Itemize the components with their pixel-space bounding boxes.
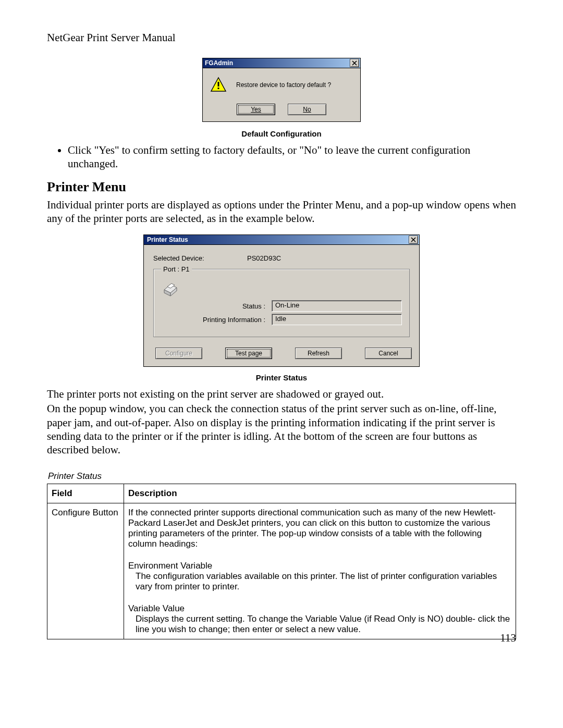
para-ports-grayed: The printer ports not existing on the pr… <box>47 387 516 401</box>
cell-field: Configure Button <box>47 503 124 639</box>
fgadmin-message: Restore device to factory default ? <box>236 81 331 89</box>
figure-caption-printer-status: Printer Status <box>47 373 516 382</box>
selected-device-value: PS02D93C <box>247 254 281 262</box>
printing-info-label: Printing Information : <box>161 316 272 324</box>
printer-menu-heading: Printer Menu <box>47 179 516 195</box>
fgadmin-titlebar: FGAdmin <box>202 58 361 68</box>
fgadmin-title: FGAdmin <box>205 59 350 67</box>
yes-button[interactable]: Yes <box>237 104 275 115</box>
table-title: Printer Status <box>48 471 516 482</box>
warning-icon <box>210 77 227 93</box>
cancel-button[interactable]: Cancel <box>365 348 412 359</box>
page-number: 113 <box>500 632 516 645</box>
svg-rect-4 <box>218 88 219 89</box>
document-title: NetGear Print Server Manual <box>47 31 516 44</box>
para-popup-description: On the popup window, you can check the c… <box>47 402 516 456</box>
fgadmin-dialog: FGAdmin <box>202 58 361 122</box>
th-description: Description <box>124 484 516 503</box>
close-icon[interactable] <box>409 236 418 244</box>
status-label: Status : <box>161 302 272 310</box>
printer-status-dialog: Printer Status Selected Device: PS02D93C… <box>143 235 420 367</box>
printer-menu-intro: Individual printer ports are displayed a… <box>47 198 516 226</box>
printer-icon <box>161 279 179 297</box>
th-field: Field <box>47 484 124 503</box>
variable-value-body: Displays the current setting. To change … <box>128 614 511 635</box>
svg-rect-3 <box>218 82 219 87</box>
port-legend: Port : P1 <box>161 265 192 273</box>
printer-status-titlebar: Printer Status <box>143 235 420 245</box>
printing-info-value: Idle <box>272 314 402 325</box>
selected-device-label: Selected Device: <box>153 254 247 262</box>
refresh-button[interactable]: Refresh <box>295 348 342 359</box>
no-button[interactable]: No <box>288 104 326 115</box>
table-header-row: Field Description <box>47 484 516 503</box>
env-variable-heading: Environment Variable <box>128 561 511 571</box>
desc-main-text: If the connected printer supports direct… <box>128 508 511 549</box>
figure-caption-default-config: Default Configuration <box>47 129 516 138</box>
test-page-button[interactable]: Test page <box>225 348 272 359</box>
port-groupbox: Port : P1 Status : On-Line <box>153 265 410 337</box>
close-icon[interactable] <box>350 59 359 67</box>
cell-description: If the connected printer supports direct… <box>124 503 516 639</box>
printer-status-title: Printer Status <box>147 236 409 243</box>
configure-button[interactable]: Configure <box>155 348 202 359</box>
bullet-instruction: Click "Yes" to confirm setting to factor… <box>68 143 516 171</box>
status-value: On-Line <box>272 300 402 312</box>
env-variable-body: The configuration variables available on… <box>128 571 511 592</box>
printer-status-table: Field Description Configure Button If th… <box>47 484 516 639</box>
table-row: Configure Button If the connected printe… <box>47 503 516 639</box>
variable-value-heading: Variable Value <box>128 603 511 614</box>
